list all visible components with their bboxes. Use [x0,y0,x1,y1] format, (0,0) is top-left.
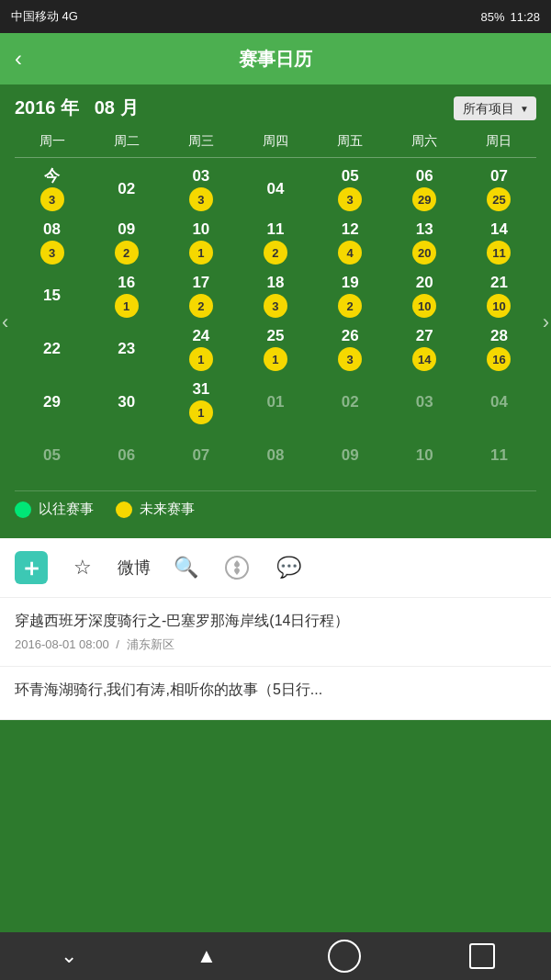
calendar-day-number: 31 [192,380,209,399]
prev-month-button[interactable]: ‹ [2,310,8,334]
calendar-day-number: 11 [490,446,508,465]
filter-wrapper[interactable]: 所有项目 [454,96,536,120]
next-month-button[interactable]: › [543,310,549,334]
calendar-cell[interactable]: 092 [89,219,163,266]
calendar-cell[interactable]: 083 [15,219,89,266]
calendar-cell[interactable]: 1320 [388,219,462,266]
calendar-cell[interactable]: 161 [89,272,163,320]
event-badge: 1 [115,294,139,318]
star-icon[interactable]: ☆ [66,551,99,584]
calendar-day-number: 17 [192,274,209,292]
calendar-cell[interactable]: 02 [313,378,388,426]
calendar-cell[interactable]: 2714 [388,325,462,373]
calendar-cell[interactable]: 09 [313,432,388,479]
event-badge: 25 [487,187,511,211]
calendar-cell[interactable]: 22 [15,325,89,373]
month-label: 08 [95,97,115,118]
calendar-day-number: 05 [43,446,61,465]
calendar-cell[interactable]: 04 [238,165,312,213]
status-right: 85% 11:28 [480,10,540,24]
nav-recents-button[interactable] [462,936,502,976]
month-suffix: 月 [120,97,139,118]
event-item-1[interactable]: 穿越西班牙深度骑行之-巴塞罗那海岸线(14日行程） 2016-08-01 08:… [0,598,551,667]
calendar-day-number: 29 [43,393,61,411]
calendar-cell[interactable]: 01 [238,378,312,426]
calendar-cell[interactable]: 2816 [462,325,536,373]
calendar-cell[interactable]: 0629 [388,165,462,213]
add-icon[interactable]: ＋ [15,551,48,584]
event-badge: 2 [264,241,287,265]
calendar-cell[interactable]: 03 [388,378,462,426]
filter-dropdown[interactable]: 所有项目 [454,96,536,120]
page-title: 赛事日历 [239,47,312,72]
calendar-cell[interactable]: 10 [388,432,462,479]
event-badge: 1 [189,347,213,371]
calendar-cell[interactable]: 033 [163,165,238,213]
calendar-cell[interactable]: 今3 [15,165,89,213]
calendar-cell[interactable]: 053 [313,165,388,213]
calendar-cell[interactable]: 02 [89,165,163,213]
calendar-container: 2016 年 08 月 所有项目 周一周二周三周四周五周六周日 ‹ 今30203… [0,84,551,538]
legend-dot-green [15,501,31,518]
calendar-cell[interactable]: 241 [163,325,238,373]
calendar-cell[interactable]: 311 [163,378,238,426]
recents-square-icon [469,943,495,969]
search-icon[interactable]: 🔍 [169,551,202,584]
calendar-cell[interactable]: 06 [89,432,163,479]
legend-future: 未来赛事 [116,501,195,518]
calendar-cell[interactable]: 172 [163,272,238,320]
calendar-cell[interactable]: 15 [15,272,89,320]
calendar-day-number: 06 [118,446,135,465]
calendar-day-number: 01 [267,393,285,411]
calendar-day-number: 19 [342,274,359,292]
back-button[interactable]: ‹ [15,46,22,72]
event-badge: 14 [412,347,436,371]
social-bar: ＋ ☆ 微博 🔍 💬 [0,538,551,598]
calendar-cell[interactable]: 08 [238,432,312,479]
calendar-cell[interactable]: 124 [313,219,388,266]
nav-home-button[interactable] [324,936,365,976]
calendar-cell[interactable]: 183 [238,272,312,320]
event-date-1: 2016-08-01 08:00 [15,637,109,651]
calendar-cell[interactable]: 1411 [462,219,536,266]
calendar-day-number: 08 [43,220,61,239]
calendar-cell[interactable]: 04 [462,378,536,426]
event-badge: 16 [487,347,511,371]
status-bar: 中国移动 4G 85% 11:28 [0,0,551,33]
event-badge: 2 [338,294,362,318]
calendar-cell[interactable]: 112 [238,219,312,266]
calendar-cell[interactable]: 2010 [388,272,462,320]
wechat-icon[interactable]: 💬 [272,551,305,584]
legend-future-label: 未来赛事 [140,501,195,518]
calendar-cell[interactable]: 30 [89,378,163,426]
nav-back-button[interactable]: ▲ [186,936,227,976]
event-badge: 29 [412,187,436,211]
calendar-grid: 今302033040530629072508309210111212413201… [15,165,536,479]
calendar-cell[interactable]: 05 [15,432,89,479]
event-badge: 4 [338,241,362,265]
calendar-cell[interactable]: 101 [163,219,238,266]
legend-past-label: 以往赛事 [39,501,94,518]
calendar-day-number: 今 [44,167,60,186]
weibo-icon[interactable]: 微博 [118,551,151,584]
bottom-nav: ⌄ ▲ [0,932,551,980]
calendar-day-number: 12 [342,220,359,239]
calendar-cell[interactable]: 0725 [462,165,536,213]
calendar-cell[interactable]: 2110 [462,272,536,320]
calendar-day-number: 04 [267,180,285,198]
calendar-cell[interactable]: 07 [163,432,238,479]
calendar-cell[interactable]: 263 [313,325,388,373]
time-label: 11:28 [510,10,540,24]
calendar-cell[interactable]: 192 [313,272,388,320]
weekday-cell: 周日 [462,133,536,150]
event-item-2[interactable]: 环青海湖骑行,我们有涛,相听你的故事（5日行... [0,667,551,719]
calendar-cell[interactable]: 251 [238,325,312,373]
home-circle-icon [328,940,361,973]
calendar-cell[interactable]: 11 [462,432,536,479]
zhima-icon[interactable] [220,551,253,584]
calendar-cell[interactable]: 23 [89,325,163,373]
event-badge: 3 [338,347,362,371]
event-badge: 10 [412,294,436,318]
nav-down-button[interactable]: ⌄ [49,936,89,976]
calendar-cell[interactable]: 29 [15,378,89,426]
